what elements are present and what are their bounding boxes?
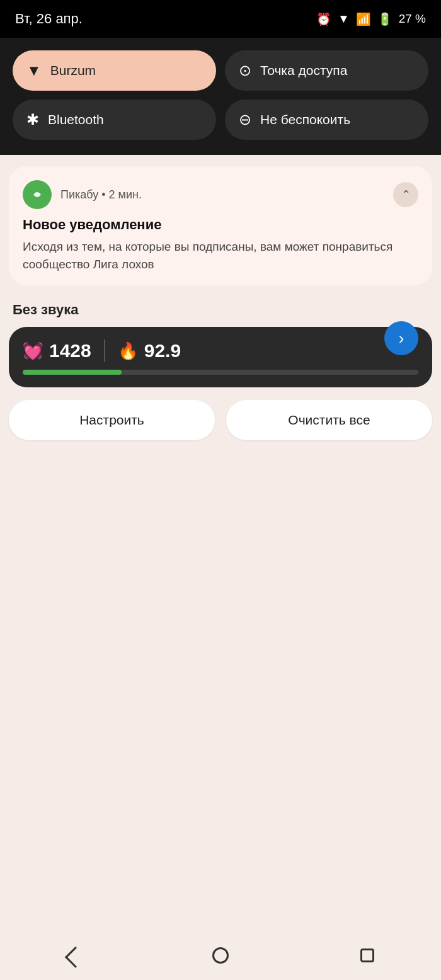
fitness-progress-fill [23, 370, 122, 375]
bluetooth-tile-label: Bluetooth [48, 112, 104, 127]
status-datetime: Вт, 26 апр. [15, 11, 83, 27]
signal-icon: 📶 [356, 12, 371, 26]
bluetooth-tile-icon: ✱ [26, 111, 39, 128]
wifi-icon: ▼ [338, 12, 350, 26]
notification-time: • [101, 188, 108, 201]
recents-icon [360, 949, 374, 962]
fitness-stats: 💓 1428 🔥 92.9 [23, 339, 181, 362]
wifi-tile-icon: ▼ [26, 62, 42, 79]
wifi-tile-label: Burzum [50, 63, 96, 78]
fitness-widget: 💓 1428 🔥 92.9 › [9, 327, 432, 387]
notification-app-info: Пикабу • 2 мин. [60, 188, 384, 202]
steps-icon: 💓 [23, 341, 43, 361]
steps-value: 1428 [49, 340, 91, 362]
notification-card[interactable]: Пикабу • 2 мин. ⌃ Новое уведомление Исхо… [9, 166, 432, 285]
bluetooth-tile[interactable]: ✱ Bluetooth [13, 100, 216, 140]
fitness-navigate-button[interactable]: › [384, 321, 418, 355]
notification-time-ago: 2 мин. [109, 188, 142, 201]
battery-icon: 🔋 [377, 12, 392, 26]
navigation-bar [0, 936, 441, 980]
steps-stat: 💓 1428 [23, 340, 91, 362]
notification-title: Новое уведомление [23, 217, 418, 233]
dnd-tile-label: Не беспокоить [260, 112, 350, 127]
battery-percent: 27 % [399, 12, 426, 26]
fitness-progress-bar [23, 370, 418, 375]
app-icon [23, 180, 52, 209]
dnd-tile-icon: ⊖ [239, 111, 251, 128]
calories-value: 92.9 [144, 340, 181, 362]
status-icons: ⏰ ▼ 📶 🔋 27 % [316, 12, 426, 26]
alarm-icon: ⏰ [316, 12, 331, 26]
notification-expand-button[interactable]: ⌃ [393, 182, 418, 207]
silent-mode-label: Без звука [13, 302, 428, 318]
notification-header: Пикабу • 2 мин. ⌃ [23, 180, 418, 209]
fire-icon: 🔥 [118, 341, 138, 361]
home-icon [212, 947, 229, 964]
wifi-tile[interactable]: ▼ Burzum [13, 50, 216, 91]
hotspot-tile-icon: ⊙ [239, 62, 251, 79]
hotspot-tile[interactable]: ⊙ Точка доступа [225, 50, 428, 91]
clear-all-button[interactable]: Очистить все [226, 400, 432, 440]
status-bar: Вт, 26 апр. ⏰ ▼ 📶 🔋 27 % [0, 0, 441, 38]
fitness-divider [104, 339, 105, 362]
home-button[interactable] [202, 940, 239, 971]
recents-button[interactable] [348, 940, 386, 971]
back-button[interactable] [55, 940, 93, 971]
quick-settings-panel: ▼ Burzum ⊙ Точка доступа ✱ Bluetooth ⊖ Н… [0, 38, 441, 155]
notification-app-name: Пикабу [60, 188, 98, 201]
dnd-tile[interactable]: ⊖ Не беспокоить [225, 100, 428, 140]
hotspot-tile-label: Точка доступа [260, 63, 347, 78]
calories-stat: 🔥 92.9 [118, 340, 181, 362]
notification-body: Исходя из тем, на которые вы подписаны, … [23, 238, 418, 273]
action-buttons: Настроить Очистить все [9, 400, 432, 440]
back-icon [65, 947, 86, 968]
configure-button[interactable]: Настроить [9, 400, 215, 440]
